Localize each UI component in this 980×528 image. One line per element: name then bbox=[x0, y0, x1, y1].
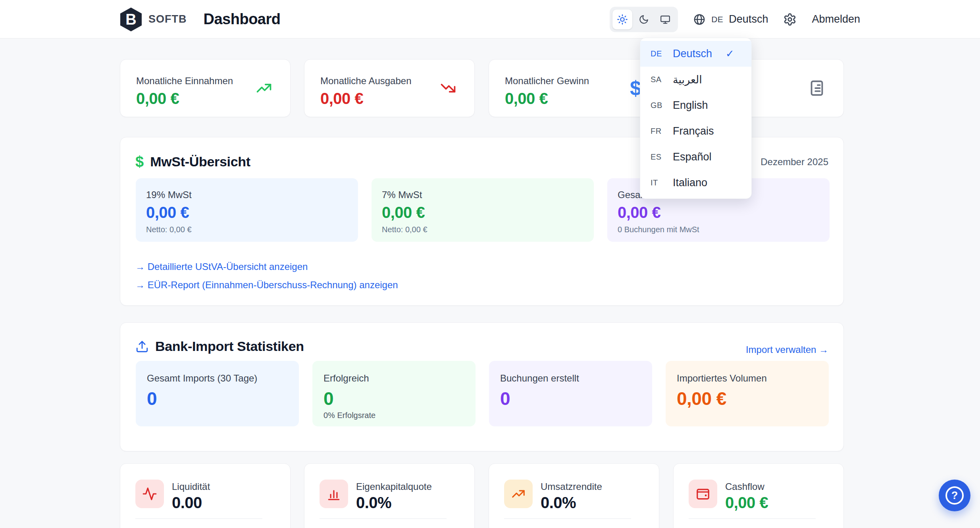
stat-label: Monatliche Ausgaben bbox=[320, 75, 412, 87]
monitor-icon bbox=[660, 14, 670, 25]
bank-card-label: Erfolgreich bbox=[323, 373, 369, 384]
language-option-label: Italiano bbox=[673, 177, 707, 189]
trending-up-icon bbox=[255, 79, 273, 97]
vat-links: → Detaillierte UStVA-Übersicht anzeigen … bbox=[135, 261, 398, 291]
kpi-card-equity-ratio: Eigenkapitalquote 0.0% bbox=[304, 463, 475, 528]
kpi-value: 0.00 bbox=[172, 494, 202, 512]
current-language-label: Deutsch bbox=[729, 13, 768, 25]
language-option-code: IT bbox=[651, 178, 665, 187]
bank-card-subtext: 0% Erfolgsrate bbox=[323, 411, 375, 420]
vat-section-title: MwSt-Übersicht bbox=[150, 154, 250, 170]
moon-icon bbox=[639, 14, 649, 25]
manage-import-link[interactable]: Import verwalten → bbox=[746, 344, 828, 355]
sun-icon bbox=[617, 14, 628, 25]
vat-card-subtext: Netto: 0,00 € bbox=[382, 225, 427, 234]
vat-card-subtext: Netto: 0,00 € bbox=[146, 225, 192, 234]
divider bbox=[689, 518, 816, 519]
kpi-icon-tile bbox=[504, 480, 533, 508]
kpi-label: Liquidität bbox=[172, 481, 210, 492]
document-icon bbox=[808, 79, 826, 97]
settings-button[interactable] bbox=[783, 13, 797, 26]
kpi-value: 0,00 € bbox=[725, 494, 768, 512]
euer-report-link[interactable]: → EÜR-Report (Einnahmen-Überschuss-Rechn… bbox=[135, 279, 398, 291]
divider bbox=[320, 518, 447, 519]
language-option-it[interactable]: IT Italiano bbox=[640, 170, 751, 196]
kpi-label: Umsatzrendite bbox=[541, 481, 602, 492]
help-button[interactable]: ? bbox=[939, 480, 970, 511]
bank-card-value: 0,00 € bbox=[677, 388, 726, 409]
stat-label: Monatliche Einnahmen bbox=[136, 75, 233, 87]
stat-card-income: Monatliche Einnahmen 0,00 € bbox=[120, 59, 291, 117]
header-actions: DE Deutsch Abmelden bbox=[610, 0, 860, 39]
language-option-label: Español bbox=[673, 151, 712, 163]
language-option-code: SA bbox=[651, 75, 665, 84]
stat-value: 0,00 € bbox=[320, 90, 363, 108]
bank-section-title: Bank-Import Statistiken bbox=[155, 339, 304, 354]
current-language-code: DE bbox=[711, 15, 723, 24]
kpi-label: Cashflow bbox=[725, 481, 764, 492]
gear-icon bbox=[783, 13, 797, 26]
bank-import-section: Bank-Import Statistiken Import verwalten… bbox=[120, 322, 844, 451]
bank-section-header: Bank-Import Statistiken bbox=[135, 339, 304, 354]
vat-card-subtext: 0 Buchungen mit MwSt bbox=[618, 225, 699, 234]
bank-card-imported-volume: Importiertes Volumen 0,00 € bbox=[666, 361, 829, 426]
stat-value: 0,00 € bbox=[505, 90, 548, 108]
theme-light-button[interactable] bbox=[612, 10, 632, 29]
kpi-icon-tile bbox=[135, 480, 164, 508]
bank-card-successful: Erfolgreich 0 0% Erfolgsrate bbox=[312, 361, 476, 426]
language-option-es[interactable]: ES Español bbox=[640, 144, 751, 170]
bar-chart-icon bbox=[326, 486, 341, 501]
language-option-de[interactable]: DE Deutsch ✓ bbox=[640, 41, 751, 67]
vat-card-19: 19% MwSt 0,00 € Netto: 0,00 € bbox=[136, 178, 358, 242]
bank-card-value: 0 bbox=[147, 388, 157, 409]
kpi-label: Eigenkapitalquote bbox=[356, 481, 432, 492]
divider bbox=[504, 518, 631, 519]
check-icon: ✓ bbox=[726, 48, 734, 60]
ustva-overview-link[interactable]: → Detaillierte UStVA-Übersicht anzeigen bbox=[135, 261, 398, 272]
kpi-value: 0.0% bbox=[356, 494, 391, 512]
vat-card-label: 19% MwSt bbox=[146, 189, 192, 200]
kpi-icon-tile bbox=[689, 480, 717, 508]
language-option-gb[interactable]: GB English bbox=[640, 92, 751, 118]
vat-card-value: 0,00 € bbox=[618, 204, 660, 222]
language-option-label: English bbox=[673, 99, 708, 112]
language-selector-button[interactable]: DE Deutsch bbox=[693, 13, 768, 26]
upload-icon bbox=[135, 340, 149, 353]
language-option-label: Deutsch bbox=[673, 48, 712, 60]
language-option-code: FR bbox=[651, 127, 665, 136]
bank-card-label: Gesamt Imports (30 Tage) bbox=[147, 373, 257, 384]
language-menu: DE Deutsch ✓ SA العربية GB English FR Fr… bbox=[640, 38, 752, 199]
bank-card-label: Importiertes Volumen bbox=[677, 373, 767, 384]
logout-button[interactable]: Abmelden bbox=[812, 13, 860, 25]
theme-toggle bbox=[610, 7, 678, 32]
softb-logo-icon: B bbox=[120, 7, 142, 32]
vat-card-value: 0,00 € bbox=[382, 204, 425, 222]
svg-text:B: B bbox=[125, 11, 136, 28]
stat-label: Monatlicher Gewinn bbox=[505, 75, 589, 87]
kpi-card-return-on-sales: Umsatzrendite 0.0% bbox=[489, 463, 659, 528]
language-option-code: DE bbox=[651, 49, 665, 58]
bank-card-label: Buchungen erstellt bbox=[500, 373, 579, 384]
wallet-icon bbox=[695, 486, 710, 501]
language-option-code: GB bbox=[651, 101, 665, 110]
vat-card-label: 7% MwSt bbox=[382, 189, 422, 200]
bank-card-value: 0 bbox=[323, 388, 333, 409]
theme-system-button[interactable] bbox=[655, 10, 675, 29]
vat-card-value: 0,00 € bbox=[146, 204, 189, 222]
theme-dark-button[interactable] bbox=[634, 10, 654, 29]
kpi-value: 0.0% bbox=[541, 494, 576, 512]
language-option-fr[interactable]: FR Français bbox=[640, 118, 751, 144]
top-header: B SOFTB Dashboard bbox=[0, 0, 980, 39]
question-mark-icon: ? bbox=[945, 486, 964, 505]
stat-card-expenses: Monatliche Ausgaben 0,00 € bbox=[304, 59, 475, 117]
vat-card-7: 7% MwSt 0,00 € Netto: 0,00 € bbox=[372, 178, 594, 242]
language-option-sa[interactable]: SA العربية bbox=[640, 67, 751, 92]
stat-value: 0,00 € bbox=[136, 90, 179, 108]
bank-card-bookings-created: Buchungen erstellt 0 bbox=[489, 361, 652, 426]
brand: B SOFTB Dashboard bbox=[120, 0, 280, 39]
brand-name: SOFTB bbox=[148, 13, 187, 25]
kpi-card-liquidity: Liquidität 0.00 bbox=[120, 463, 291, 528]
divider bbox=[135, 518, 262, 519]
stat-card-profit: Monatlicher Gewinn 0,00 € $ bbox=[489, 59, 659, 117]
page-title: Dashboard bbox=[204, 11, 281, 28]
